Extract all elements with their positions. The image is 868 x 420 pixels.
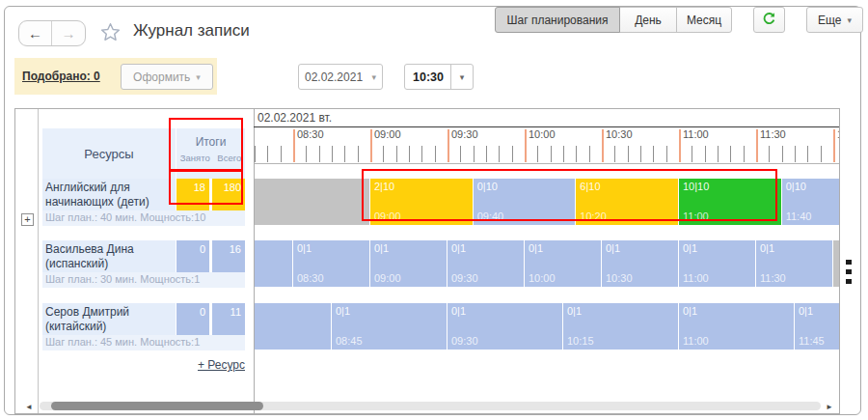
splitter-handle-dot[interactable] [846,260,852,265]
schedule-slot[interactable]: 6|1010:20 [576,179,678,225]
resource-timeline-row: 0|108:450|109:300|110:150|111:000|111:45 [255,303,840,350]
major-tick [448,129,449,162]
slot-time-label: 09:00 [374,210,401,222]
slot-time-label: 11:45 [799,335,825,347]
splitter-handle-dot[interactable] [846,269,852,274]
minor-tick [628,146,629,162]
schedule-slot[interactable]: 0|110:15 [563,303,678,350]
minor-tick [267,146,268,162]
schedule-slot[interactable]: 0|109:30 [448,303,562,350]
schedule-slot[interactable]: 0|108:45 [332,303,447,350]
history-nav-group: ← → [18,20,86,46]
resource-step-info: Шаг план.: 30 мин. Мощность:1 [42,272,245,288]
schedule-slot[interactable]: 0|111:30 [756,240,832,287]
schedule-slot[interactable] [833,240,840,287]
refresh-button[interactable] [753,7,785,33]
favorite-star-icon[interactable] [99,21,122,47]
minor-tick [705,146,706,162]
schedule-slot[interactable]: 0|111:00 [679,240,755,287]
more-button[interactable]: Еще ▾ [806,7,863,33]
time-ruler: 08:3009:0009:3010:0010:3011:0011:3012:00 [255,127,840,164]
month-button[interactable]: Месяц [676,7,732,33]
slot-time-label: 11:00 [683,272,709,284]
schedule-slot[interactable] [255,303,331,350]
schedule-slot[interactable]: 2|1009:00 [370,179,473,225]
minor-tick [435,146,436,162]
schedule-slot[interactable] [255,179,369,225]
date-dropdown-icon[interactable]: ▾ [366,72,382,82]
scrollbar-thumb[interactable] [51,402,263,410]
chevron-down-icon: ▾ [196,72,201,82]
slot-occupancy-label: 0|1 [297,242,312,254]
minor-tick [332,146,333,162]
minor-tick [281,146,282,162]
schedule-slot[interactable]: 0|109:00 [370,240,447,287]
resource-timeline-row: 0|108:300|109:000|109:300|110:000|110:30… [255,240,840,288]
tick-label: 10:00 [529,128,556,140]
day-button[interactable]: День [619,7,677,33]
minor-tick [640,146,641,162]
schedule-slot[interactable]: 0|111:45 [795,303,840,350]
resource-busy-cell: 0 [176,303,209,335]
resource-capacity-cell: 180 [212,179,245,210]
gutter-divider [38,109,39,413]
schedule-slot[interactable] [255,240,292,287]
resource-name-cell[interactable]: Серов Дмитрий (китайский) [42,303,176,335]
slot-time-label: 10:15 [567,335,594,347]
time-input[interactable]: 10:30 ▾ [404,64,474,90]
slot-occupancy-label: 0|1 [336,305,350,317]
minor-tick [499,146,500,162]
time-dropdown-icon[interactable]: ▾ [450,65,473,89]
major-tick [756,129,758,162]
resource-name-cell[interactable]: Васильева Дина (испанский) [42,240,176,272]
selected-count-link[interactable]: Подобрано: 0 [22,70,100,83]
tick-label: 11:00 [683,128,709,140]
minor-tick [718,146,719,162]
schedule-slot[interactable]: 0|110:30 [602,240,678,287]
major-tick [833,129,835,162]
schedule-slot[interactable]: 0|1011:40 [782,179,840,225]
slot-occupancy-label: 0|1 [683,305,697,317]
splitter-handle-dot[interactable] [846,279,852,284]
slot-time-label: 08:30 [297,272,324,284]
step-planning-button[interactable]: Шаг планирования [495,7,620,33]
schedule-slot[interactable]: 0|108:30 [293,240,369,287]
minor-tick [421,146,422,162]
slot-time-label: 11:30 [760,272,786,284]
minor-tick [589,146,590,162]
expand-row-icon[interactable]: + [21,213,34,226]
forward-button[interactable]: → [52,21,85,45]
back-button[interactable]: ← [19,21,52,45]
totals-column-header: Итоги Занято Всего [176,128,245,179]
date-value: 02.02.2021 [299,70,366,84]
minor-tick [358,146,359,162]
slot-occupancy-label: 0|1 [451,305,466,317]
minor-tick [653,146,654,162]
tick-label: 11:30 [760,128,786,140]
minor-tick [614,146,615,162]
schedule-slot[interactable]: 0|1009:40 [474,179,576,225]
date-input[interactable]: 02.02.2021 ▾ [298,64,383,90]
totals-capacity-label: Всего [217,153,241,163]
schedule-slot[interactable]: 0|110:00 [525,240,601,287]
issue-button[interactable]: Оформить ▾ [121,64,213,90]
schedule-slot[interactable]: 0|109:30 [448,240,524,287]
minor-tick [769,146,770,162]
minor-tick [537,146,538,162]
slot-time-label: 10:30 [606,272,633,284]
slot-occupancy-label: 0|1 [760,242,774,254]
minor-tick [744,146,745,162]
scroll-right-icon[interactable]: ► [826,403,833,411]
add-resource-link[interactable]: + Ресурс [42,358,245,372]
schedule-slot[interactable]: 10|1011:00 [679,179,781,225]
minor-tick [821,146,822,162]
slot-occupancy-label: 0|1 [374,242,389,254]
minor-tick [692,146,692,162]
scrollbar-track[interactable] [40,402,821,410]
horizontal-scrollbar[interactable]: ◄ ► [15,399,840,414]
resource-name-cell[interactable]: Английский для начинающих (дети) [42,179,176,210]
scroll-left-icon[interactable]: ◄ [25,403,33,411]
major-tick [679,129,681,162]
schedule-slot[interactable]: 0|111:00 [679,303,794,350]
resource-capacity-cell: 11 [212,303,245,335]
